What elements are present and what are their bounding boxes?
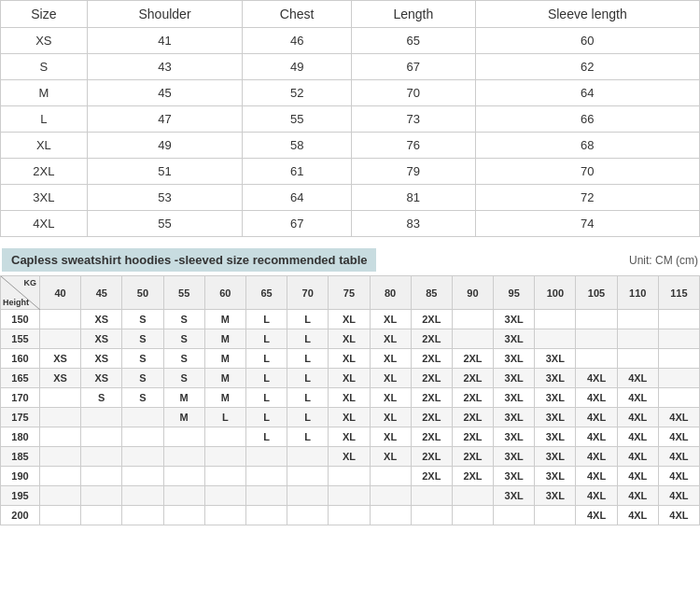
rec-size-cell [452,329,493,349]
rec-size-cell [287,486,329,506]
rec-size-cell: 2XL [411,349,452,369]
size-table-cell: 46 [243,28,352,54]
rec-size-cell: 4XL [658,447,699,467]
rec-size-cell [658,310,699,329]
size-table-cell: 55 [87,211,243,237]
rec-size-cell [287,467,329,486]
size-chart-table: SizeShoulderChestLengthSleeve length XS4… [0,0,700,237]
rec-size-cell: S [163,369,204,388]
rec-size-cell [370,467,411,486]
rec-size-cell [329,486,370,506]
height-cell: 165 [1,369,40,388]
rec-size-cell: 3XL [535,369,576,388]
rec-size-cell [163,506,204,525]
size-table-cell: M [1,80,88,106]
size-table-cell: 41 [87,28,243,54]
rec-size-cell: 4XL [617,427,658,447]
rec-size-cell [658,369,699,388]
rec-size-cell: 2XL [452,467,493,486]
size-table-cell: 65 [351,28,475,54]
rec-size-cell: 3XL [535,467,576,486]
rec-size-cell: 3XL [494,349,535,369]
rec-size-cell: 3XL [535,427,576,447]
rec-size-cell: S [122,388,163,408]
rec-size-cell: 4XL [576,408,617,427]
rec-size-cell: 2XL [452,447,493,467]
size-table-cell: 70 [475,159,699,185]
rec-size-cell: XS [40,369,81,388]
rec-size-cell: 4XL [617,467,658,486]
size-table-cell: 53 [87,185,243,211]
size-table-cell: 43 [87,54,243,80]
rec-size-cell [658,388,699,408]
rec-table-row: 185XLXL2XL2XL3XL3XL4XL4XL4XL [1,447,700,467]
rec-size-cell [535,506,576,525]
kg-header-cell: 70 [287,276,329,310]
rec-size-cell [40,447,81,467]
rec-size-cell: M [204,310,245,329]
rec-size-cell [617,329,658,349]
height-cell: 185 [1,447,40,467]
rec-size-cell: XS [81,369,122,388]
rec-size-cell [163,486,204,506]
rec-table-row: 165XSXSSSMLLXLXL2XL2XL3XL3XL4XL4XL [1,369,700,388]
size-table-cell: 64 [243,185,352,211]
rec-size-cell: 3XL [535,447,576,467]
size-table-cell: 76 [351,133,475,159]
size-table-cell: 74 [475,211,699,237]
rec-size-cell [81,506,122,525]
rec-size-cell: XS [81,329,122,349]
size-table-cell: 45 [87,80,243,106]
rec-size-cell: 4XL [617,369,658,388]
rec-size-cell: 4XL [658,408,699,427]
rec-size-cell: XL [329,408,370,427]
rec-size-cell: XS [40,349,81,369]
size-table-cell: 52 [243,80,352,106]
rec-size-cell [535,310,576,329]
rec-size-cell: XL [370,388,411,408]
size-table-row: S43496762 [1,54,700,80]
size-table-cell: XS [1,28,88,54]
size-table-cell: 81 [351,185,475,211]
rec-size-cell: XL [329,310,370,329]
rec-size-cell: XL [370,329,411,349]
rec-size-cell: L [287,310,329,329]
rec-table-row: 170SSMMLLXLXL2XL2XL3XL3XL4XL4XL [1,388,700,408]
rec-size-cell [535,329,576,349]
rec-size-cell: 4XL [658,427,699,447]
rec-size-cell [411,486,452,506]
rec-size-cell: 3XL [494,408,535,427]
kg-header-cell: 55 [163,276,204,310]
rec-size-cell [287,447,329,467]
height-cell: 175 [1,408,40,427]
rec-size-cell [81,447,122,467]
rec-size-cell: 2XL [411,310,452,329]
rec-size-cell: 2XL [452,388,493,408]
rec-size-cell: 3XL [494,329,535,349]
rec-size-cell: S [122,329,163,349]
rec-size-cell: S [122,369,163,388]
size-table-row: 2XL51617970 [1,159,700,185]
kg-header-cell: 95 [494,276,535,310]
rec-size-cell: S [163,349,204,369]
rec-size-cell [204,467,245,486]
height-cell: 160 [1,349,40,369]
rec-size-cell [245,506,287,525]
rec-size-cell [576,310,617,329]
size-table-cell: 68 [475,133,699,159]
height-cell: 195 [1,486,40,506]
rec-size-cell [658,349,699,369]
size-table-cell: 55 [243,106,352,133]
rec-size-cell: 4XL [576,388,617,408]
rec-size-cell: XL [329,388,370,408]
rec-size-cell: XL [370,310,411,329]
rec-size-cell: L [245,388,287,408]
size-table-cell: 51 [87,159,243,185]
size-table-row: XS41466560 [1,28,700,54]
kg-header-cell: 75 [329,276,370,310]
rec-size-cell: 4XL [576,506,617,525]
rec-size-cell: 3XL [494,310,535,329]
rec-size-cell: S [163,310,204,329]
rec-size-cell: XL [370,349,411,369]
rec-size-cell [411,506,452,525]
